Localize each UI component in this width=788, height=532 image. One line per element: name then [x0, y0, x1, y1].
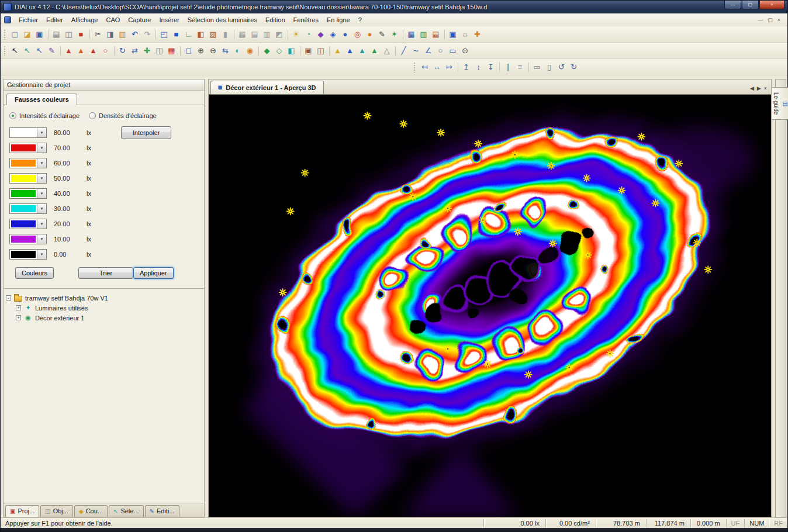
options-icon[interactable]: ☼: [459, 28, 471, 40]
move-object-icon[interactable]: ✚: [141, 44, 153, 57]
copy-icon[interactable]: ◨: [104, 28, 116, 40]
sphere-object-icon[interactable]: ●: [364, 28, 376, 40]
field-arrangement-icon[interactable]: ▦: [165, 44, 178, 57]
chevron-down-icon[interactable]: ▾: [37, 219, 46, 229]
interpoler-button[interactable]: Interpoler: [121, 126, 171, 139]
calculation-point-icon[interactable]: ●: [339, 28, 351, 40]
menu-item[interactable]: Editer: [42, 15, 67, 25]
mdi-close-button[interactable]: ×: [776, 17, 782, 23]
maximize-button[interactable]: ▢: [742, 1, 759, 9]
panel-tab[interactable]: ↖ Séle...: [109, 505, 144, 517]
mdi-minimize-button[interactable]: —: [756, 17, 764, 23]
same-width-icon[interactable]: ▭: [531, 61, 543, 73]
trier-button[interactable]: Trier: [78, 267, 133, 279]
view-plan-icon[interactable]: ▦: [236, 28, 248, 40]
menu-item[interactable]: CAO: [102, 15, 124, 25]
print-preview-icon[interactable]: ◫: [63, 28, 75, 40]
chevron-down-icon[interactable]: ▾: [37, 189, 46, 198]
view-front-icon[interactable]: ▤: [248, 28, 261, 40]
circle-arrangement-icon[interactable]: ○: [99, 44, 112, 57]
view-side-icon[interactable]: ▥: [261, 28, 273, 40]
paste-icon[interactable]: ▥: [116, 28, 129, 40]
menu-item[interactable]: Fichier: [15, 15, 42, 25]
wand-icon[interactable]: ✶: [388, 28, 400, 40]
insert-extrusion-icon[interactable]: ∟: [182, 28, 195, 40]
light-scene-manager-icon[interactable]: ◔: [302, 28, 314, 40]
scale-value-field[interactable]: 10.00: [47, 236, 78, 243]
menu-item[interactable]: Affichage: [67, 15, 102, 25]
rotate-right-icon[interactable]: ↻: [568, 61, 580, 73]
false-color-rendering[interactable]: [209, 95, 771, 517]
insert-luminaire-icon[interactable]: ◆: [314, 28, 327, 40]
align-top-icon[interactable]: ↥: [460, 61, 472, 73]
menu-item[interactable]: Insérer: [155, 15, 183, 25]
undo-icon[interactable]: ↶: [129, 28, 141, 40]
plugins-icon[interactable]: ✚: [471, 28, 483, 40]
scale-value-field[interactable]: 50.00: [47, 175, 78, 182]
draw-rectangle-icon[interactable]: ▭: [447, 44, 459, 57]
luminaire-field-red-icon[interactable]: ▲: [87, 44, 99, 57]
rotate-left-icon[interactable]: ↺: [555, 61, 568, 73]
panel-tab[interactable]: ◆ Cou...: [74, 505, 108, 517]
chevron-down-icon[interactable]: ▾: [37, 250, 46, 259]
color-swatch-dropdown[interactable]: ▾: [9, 143, 47, 153]
scale-value-field[interactable]: 20.00: [47, 220, 78, 227]
insert-3d-object-icon[interactable]: ■: [170, 28, 182, 40]
color-swatch-dropdown[interactable]: ▾: [9, 158, 47, 168]
tab-scroll-left-button[interactable]: ◀: [750, 85, 754, 91]
draw-line-icon[interactable]: ╱: [398, 44, 410, 57]
tree-item[interactable]: + ✦ Luminaires utilisés: [6, 303, 202, 313]
close-button[interactable]: ×: [759, 1, 784, 9]
chevron-down-icon[interactable]: ▾: [37, 174, 46, 183]
scale-value-field[interactable]: 40.00: [47, 190, 78, 197]
tree-root-item[interactable]: - tramway setif Bahdja 70w V1: [6, 293, 202, 303]
tree-item[interactable]: + ◉ Décor extérieur 1: [6, 313, 202, 323]
decor-object-gray-icon[interactable]: △: [381, 44, 393, 57]
cut-icon[interactable]: ✂: [92, 28, 104, 40]
menu-item[interactable]: Edition: [261, 15, 289, 25]
draw-polyline-icon[interactable]: ∠: [422, 44, 434, 57]
rotate-object-icon[interactable]: ↻: [116, 44, 129, 57]
radio-option[interactable]: Intensités d'éclairage: [9, 112, 80, 119]
viewport-3d[interactable]: [209, 94, 771, 517]
align-center-horizontal-icon[interactable]: ↔: [431, 61, 443, 73]
same-height-icon[interactable]: ▯: [543, 61, 555, 73]
color-swatch-dropdown[interactable]: ▾: [9, 219, 47, 229]
decor-object-blue-icon[interactable]: ▲: [344, 44, 356, 57]
insert-furniture-icon[interactable]: ◧: [195, 28, 207, 40]
catalog-icon[interactable]: ▣: [447, 28, 459, 40]
tab-fausses-couleurs[interactable]: Fausses couleurs: [6, 94, 77, 105]
output-columns-icon[interactable]: ▥: [417, 28, 430, 40]
color-swatch-dropdown[interactable]: ▾: [9, 127, 47, 138]
chevron-down-icon[interactable]: ▾: [37, 234, 46, 244]
zoom-window-icon[interactable]: ◻: [182, 44, 195, 57]
scale-value-field[interactable]: 60.00: [47, 160, 78, 167]
tab-decor-exterieur-apercu-3d[interactable]: ■ Décor extérieur 1 - Aperçu 3D: [210, 81, 324, 94]
tree-expander[interactable]: -: [6, 295, 11, 300]
appliquer-button[interactable]: Appliquer: [133, 267, 173, 279]
pen-edit-icon[interactable]: ✎: [376, 28, 388, 40]
new-document-icon[interactable]: ▢: [9, 28, 21, 40]
daylight-scene-icon[interactable]: ☀: [290, 28, 302, 40]
toolbar-grip[interactable]: [413, 62, 416, 72]
camera-view-icon[interactable]: ◫: [314, 44, 327, 57]
mdi-restore-button[interactable]: ▢: [766, 17, 774, 23]
zoom-in-icon[interactable]: ⊕: [195, 44, 207, 57]
menu-item[interactable]: Capture: [124, 15, 155, 25]
draw-circle-icon[interactable]: ○: [434, 44, 447, 57]
align-bottom-icon[interactable]: ↧: [485, 61, 497, 73]
close-view-button[interactable]: ×: [764, 85, 767, 91]
print-icon[interactable]: ▤: [50, 28, 63, 40]
menu-item[interactable]: Sélection des luminaires: [184, 15, 261, 25]
snapshot-icon[interactable]: ▣: [302, 44, 314, 57]
decor-object-yellow-icon[interactable]: ▲: [331, 44, 344, 57]
insert-column-icon[interactable]: ▮: [219, 28, 231, 40]
color-swatch-dropdown[interactable]: ▾: [9, 203, 47, 214]
open-project-icon[interactable]: ◪: [21, 28, 33, 40]
decor-object-cyan-icon[interactable]: ▲: [356, 44, 368, 57]
tree-expander[interactable]: +: [16, 315, 21, 320]
measure-distance-icon[interactable]: ⊙: [459, 44, 471, 57]
menu-item[interactable]: En ligne: [323, 15, 354, 25]
select-objects-icon[interactable]: ↖: [33, 44, 46, 57]
scale-value-field[interactable]: 30.00: [47, 205, 78, 212]
